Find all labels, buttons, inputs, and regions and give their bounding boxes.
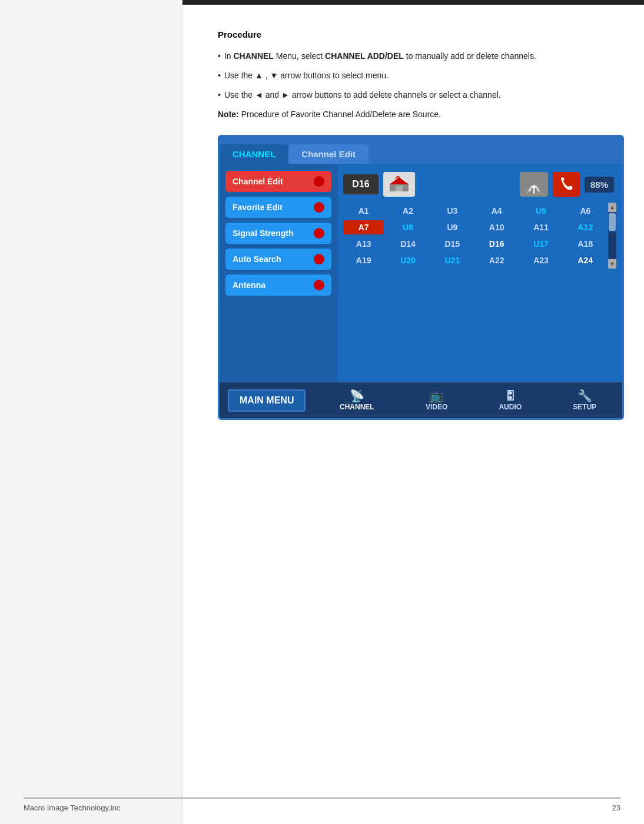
svg-line-4 <box>396 176 398 178</box>
bullet-text-2: Use the ▲ , ▼ arrow buttons to select me… <box>224 70 389 82</box>
channel-cell-a11[interactable]: A11 <box>520 220 561 234</box>
channel-cell-a18[interactable]: A18 <box>565 237 606 251</box>
menu-item-channel-edit[interactable]: Channel Edit <box>225 171 331 192</box>
menu-item-favorite-edit[interactable]: Favorite Edit <box>225 197 331 218</box>
channel-house-icon <box>383 172 415 197</box>
dots-bottom: · · · · · · · · <box>343 270 616 274</box>
channel-grid: A1A2U3A4U5A6A7U8U9A10A11A12A13D14D15D16U… <box>343 201 608 270</box>
channel-cell-u20[interactable]: U20 <box>387 253 428 267</box>
scrollbar-up-arrow[interactable]: ▲ <box>608 203 616 212</box>
audio-nav-icon: 🎛 <box>504 390 516 402</box>
signal-tower-icon <box>520 172 548 197</box>
phone-icon <box>553 172 580 197</box>
tab-channel[interactable]: CHANNEL <box>220 144 288 164</box>
scrollbar-thumb[interactable] <box>609 213 616 231</box>
left-sidebar <box>0 0 182 824</box>
channel-cell-d16[interactable]: D16 <box>476 237 517 251</box>
bullet-3: • Use the ◄ and ► arrow buttons to add d… <box>218 89 609 101</box>
channel-bold-1: CHANNEL <box>233 51 273 61</box>
channel-header: D16 <box>343 172 616 197</box>
menu-item-signal-strength[interactable]: Signal Strength <box>225 223 331 244</box>
channel-cell-u8[interactable]: U8 <box>387 220 428 234</box>
channel-cell-a2[interactable]: A2 <box>387 204 428 218</box>
channel-cell-a6[interactable]: A6 <box>565 204 606 218</box>
channel-cell-u3[interactable]: U3 <box>432 204 473 218</box>
bullet-symbol-2: • <box>218 70 221 82</box>
main-menu-button[interactable]: MAIN MENU <box>228 389 306 412</box>
setup-nav-icon: 🔧 <box>577 390 592 402</box>
menu-dot-0 <box>314 176 324 187</box>
channel-cell-a10[interactable]: A10 <box>476 220 517 234</box>
channel-grid-wrap: A1A2U3A4U5A6A7U8U9A10A11A12A13D14D15D16U… <box>343 201 608 270</box>
current-channel-label: D16 <box>343 174 379 194</box>
channel-scrollbar[interactable]: ▲ ▼ <box>608 203 616 269</box>
menu-dot-4 <box>314 280 324 290</box>
scrollbar-down-arrow[interactable]: ▼ <box>608 259 616 269</box>
content-area: Procedure • In CHANNEL Menu, select CHAN… <box>182 0 644 455</box>
channel-cell-a24[interactable]: A24 <box>565 253 606 267</box>
tv-bottom-bar: MAIN MENU 📡 CHANNEL 📺 VIDEO 🎛 AUDIO 🔧 S <box>220 382 622 418</box>
channel-cell-a12[interactable]: A12 <box>565 220 606 234</box>
bullet-text-3: Use the ◄ and ► arrow buttons to add del… <box>224 89 501 101</box>
note-label: Note: <box>218 110 239 119</box>
menu-dot-3 <box>314 254 324 264</box>
bullet-1: • In CHANNEL Menu, select CHANNEL ADD/DE… <box>218 50 609 62</box>
menu-item-antenna[interactable]: Antenna <box>225 274 331 296</box>
note-line: Note: Procedure of Favorite Channel Add/… <box>218 108 609 121</box>
channel-cell-u17[interactable]: U17 <box>520 237 561 251</box>
footer-page-number: 23 <box>612 803 620 812</box>
channel-cell-a13[interactable]: A13 <box>343 237 384 251</box>
tv-menu: Channel Edit Favorite Edit Signal Streng… <box>220 164 337 382</box>
video-nav-icon: 📺 <box>429 390 444 402</box>
nav-setup[interactable]: 🔧 SETUP <box>573 390 596 411</box>
bullet-2: • Use the ▲ , ▼ arrow buttons to select … <box>218 70 609 82</box>
svg-rect-2 <box>396 186 403 191</box>
channel-cell-d14[interactable]: D14 <box>387 237 428 251</box>
procedure-title: Procedure <box>218 29 609 39</box>
bullet-symbol-3: • <box>218 89 221 101</box>
channel-cell-u9[interactable]: U9 <box>432 220 473 234</box>
channel-cell-a19[interactable]: A19 <box>343 253 384 267</box>
bullet-text-1: In CHANNEL Menu, select CHANNEL ADD/DEL … <box>224 50 536 62</box>
channel-cell-u5[interactable]: U5 <box>520 204 561 218</box>
channel-cell-u21[interactable]: U21 <box>432 253 473 267</box>
dots-top: · · · · · · · · <box>343 167 616 172</box>
menu-dot-1 <box>314 202 324 213</box>
signal-percent: 88% <box>585 177 614 193</box>
nav-video[interactable]: 📺 VIDEO <box>426 390 447 411</box>
channel-add-del-bold: CHANNEL ADD/DEL <box>325 51 404 61</box>
tv-ui: CHANNEL Channel Edit Channel Edit Favori… <box>218 135 624 420</box>
channel-cell-a1[interactable]: A1 <box>343 204 384 218</box>
nav-channel[interactable]: 📡 CHANNEL <box>340 390 374 411</box>
bullet-symbol-1: • <box>218 50 221 62</box>
note-text: Procedure of Favorite Channel Add/Delete… <box>239 110 441 119</box>
tv-body: Channel Edit Favorite Edit Signal Streng… <box>220 164 622 382</box>
tv-tab-bar: CHANNEL Channel Edit <box>220 137 622 164</box>
tab-channel-edit[interactable]: Channel Edit <box>288 144 369 164</box>
channel-cell-a23[interactable]: A23 <box>520 253 561 267</box>
menu-dot-2 <box>314 228 324 239</box>
footer-company: Macro Image Technology,inc <box>24 803 120 812</box>
channel-panel-inner: A1A2U3A4U5A6A7U8U9A10A11A12A13D14D15D16U… <box>343 201 616 270</box>
page-footer: Macro Image Technology,inc 23 <box>24 798 620 812</box>
channel-cell-a7[interactable]: A7 <box>343 220 384 234</box>
nav-audio[interactable]: 🎛 AUDIO <box>499 390 522 411</box>
channel-cell-a22[interactable]: A22 <box>476 253 517 267</box>
channel-nav-icon: 📡 <box>350 390 364 402</box>
tv-channel-panel: · · · · · · · · D16 <box>337 164 622 382</box>
channel-cell-a4[interactable]: A4 <box>476 204 517 218</box>
tv-nav-items: 📡 CHANNEL 📺 VIDEO 🎛 AUDIO 🔧 SETUP <box>314 390 622 411</box>
channel-cell-d15[interactable]: D15 <box>432 237 473 251</box>
svg-marker-1 <box>390 177 409 184</box>
menu-item-auto-search[interactable]: Auto Search <box>225 249 331 270</box>
